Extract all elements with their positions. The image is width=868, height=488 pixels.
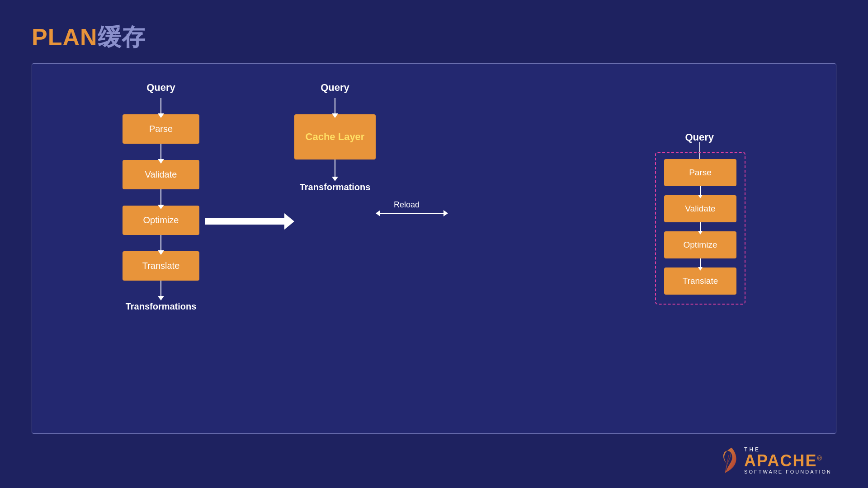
arrow-cache-to-transformations	[335, 160, 335, 178]
reload-label: Reload	[394, 200, 420, 210]
arrow-translate-down	[160, 281, 161, 297]
reload-section: Reload	[380, 213, 443, 214]
center-query-label: Query	[321, 82, 349, 94]
apache-text-block: THE APACHE® SOFTWARE FOUNDATION	[744, 446, 832, 474]
apache-name-label: APACHE®	[744, 453, 823, 469]
right-box-validate: Validate	[664, 195, 736, 222]
page-title: PLAN缓存	[32, 22, 146, 53]
center-transformations-label: Transformations	[300, 182, 371, 192]
diagram-container: Query Parse Validate Optimize Translate …	[32, 63, 836, 434]
right-box-optimize: Optimize	[664, 231, 736, 258]
arrow-parse-to-validate	[160, 144, 161, 160]
title-chinese: 缓存	[98, 24, 146, 50]
left-box-validate: Validate	[123, 160, 199, 189]
left-query-label: Query	[146, 82, 175, 94]
reload-line: Reload	[380, 213, 443, 214]
left-box-translate: Translate	[123, 251, 199, 281]
right-dashed-box: Parse Validate Optimize Translate	[655, 152, 745, 305]
arrow-validate-to-optimize	[160, 189, 161, 206]
right-box-parse: Parse	[664, 159, 736, 186]
big-arrow-line	[205, 218, 286, 225]
left-transformations-label: Transformations	[126, 301, 197, 312]
right-arrow-3	[700, 258, 701, 267]
apache-logo: THE APACHE® SOFTWARE FOUNDATION	[716, 446, 832, 474]
title-plan: PLAN	[32, 24, 98, 50]
right-box-translate: Translate	[664, 267, 736, 295]
right-arrow-2	[700, 222, 701, 231]
right-arrow-1	[700, 186, 701, 195]
left-flow: Query Parse Validate Optimize Translate …	[123, 82, 199, 312]
left-box-optimize: Optimize	[123, 206, 199, 235]
cache-layer-box: Cache Layer	[294, 114, 376, 160]
arrow-query-to-parse	[160, 98, 161, 114]
arrow-center-query-to-cache	[335, 98, 335, 114]
right-flow-inner: Parse Validate Optimize Translate	[663, 159, 737, 295]
apache-feather-icon	[716, 447, 739, 474]
big-arrow-left-to-center	[205, 218, 286, 225]
arrow-optimize-to-translate	[160, 235, 161, 251]
apache-foundation-label: SOFTWARE FOUNDATION	[744, 469, 832, 474]
left-box-parse: Parse	[123, 114, 199, 144]
center-flow: Query Cache Layer Transformations	[294, 82, 376, 192]
